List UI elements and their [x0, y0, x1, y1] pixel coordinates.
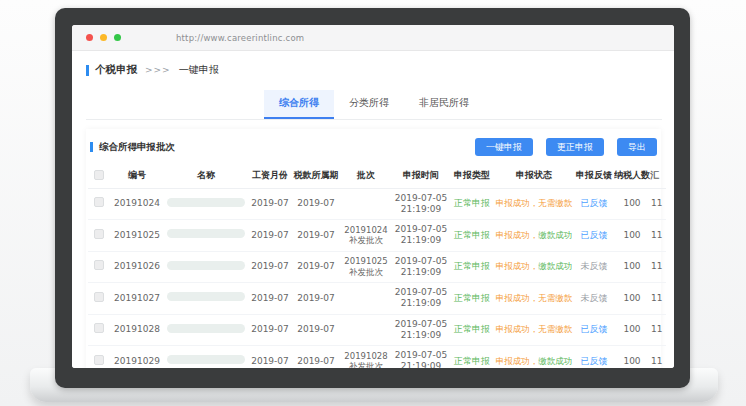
cell-batch: 20191028补发批次	[340, 346, 392, 369]
cell-clipped: 11	[650, 283, 666, 315]
cell-declare-time: 2019-07-05 21:19:09	[392, 346, 450, 369]
cell-declare-time: 2019-07-05 21:19:09	[392, 220, 450, 252]
laptop-bezel: http://www.careerintlinc.com 个税申报 >>> 一键…	[55, 8, 690, 388]
name-placeholder	[167, 324, 245, 333]
cell-declare-status: 申报成功，缴款成功	[494, 346, 574, 369]
one-click-declare-button[interactable]: 一键申报	[475, 138, 533, 156]
cell-tax-period: 2019-07	[292, 220, 340, 252]
select-all-checkbox[interactable]	[94, 170, 104, 180]
col-name: 名称	[164, 164, 248, 188]
cell-tax-period: 2019-07	[292, 346, 340, 369]
tab-2[interactable]: 非居民所得	[404, 90, 484, 119]
table-row: 20191027 2019-07 2019-07 2019-07-05 21:1…	[88, 283, 666, 315]
tab-bar: 综合所得分类所得非居民所得	[86, 90, 662, 120]
cell-clipped: 11	[650, 188, 666, 220]
cell-clipped: 11	[650, 251, 666, 283]
correction-declare-button[interactable]: 更正申报	[546, 138, 604, 156]
page-content: 个税申报 >>> 一键申报 综合所得分类所得非居民所得 综合所得申报批次 一键申…	[72, 51, 674, 368]
select-all-cell	[88, 164, 110, 188]
cell-tax-period: 2019-07	[292, 188, 340, 220]
table-row: 20191028 2019-07 2019-07 2019-07-05 21:1…	[88, 314, 666, 346]
col-salary-month: 工资月份	[248, 164, 292, 188]
panel-header: 综合所得申报批次 一键申报 更正申报 导出	[88, 129, 659, 164]
name-placeholder	[167, 229, 245, 238]
cell-clipped: 11	[650, 346, 666, 369]
cell-name	[164, 314, 248, 346]
cell-taxpayer-count: 100	[614, 283, 650, 315]
title-accent-bar	[86, 65, 89, 76]
col-batch: 批次	[340, 164, 392, 188]
traffic-light-close-icon[interactable]	[86, 34, 93, 41]
row-checkbox[interactable]	[94, 355, 104, 365]
col-taxpayer-count: 纳税人数	[614, 164, 650, 188]
cell-id: 20191025	[110, 220, 164, 252]
cell-id: 20191026	[110, 251, 164, 283]
table-row: 20191026 2019-07 2019-07 20191025补发批次 20…	[88, 251, 666, 283]
cell-taxpayer-count: 100	[614, 346, 650, 369]
cell-name	[164, 346, 248, 369]
tab-1[interactable]: 分类所得	[334, 90, 404, 119]
cell-batch	[340, 188, 392, 220]
col-declare-status: 申报状态	[494, 164, 574, 188]
panel-title: 综合所得申报批次	[99, 141, 175, 154]
export-button[interactable]: 导出	[617, 138, 657, 156]
cell-id: 20191028	[110, 314, 164, 346]
tab-0[interactable]: 综合所得	[264, 90, 334, 119]
batch-table: 编号 名称 工资月份 税款所属期 批次 申报时间 申报类型 申报状态 申报反馈 …	[88, 164, 666, 368]
name-placeholder	[167, 355, 245, 364]
row-checkbox[interactable]	[94, 260, 104, 270]
cell-declare-time: 2019-07-05 21:19:09	[392, 283, 450, 315]
cell-tax-period: 2019-07	[292, 314, 340, 346]
cell-batch	[340, 314, 392, 346]
row-checkbox[interactable]	[94, 229, 104, 239]
cell-declare-time: 2019-07-05 21:19:09	[392, 251, 450, 283]
breadcrumb-separator: >>>	[145, 65, 171, 75]
batch-panel: 综合所得申报批次 一键申报 更正申报 导出	[86, 129, 661, 368]
table-row: 20191029 2019-07 2019-07 20191028补发批次 20…	[88, 346, 666, 369]
cell-declare-time: 2019-07-05 21:19:09	[392, 314, 450, 346]
cell-taxpayer-count: 100	[614, 251, 650, 283]
traffic-light-maximize-icon[interactable]	[114, 34, 121, 41]
cell-clipped: 11	[650, 314, 666, 346]
cell-salary-month: 2019-07	[248, 346, 292, 369]
cell-salary-month: 2019-07	[248, 251, 292, 283]
cell-declare-type: 正常申报	[450, 346, 494, 369]
cell-batch	[340, 283, 392, 315]
cell-salary-month: 2019-07	[248, 188, 292, 220]
row-checkbox[interactable]	[94, 323, 104, 333]
cell-taxpayer-count: 100	[614, 220, 650, 252]
name-placeholder	[167, 292, 245, 301]
panel-accent-bar	[90, 142, 93, 152]
cell-declare-type: 正常申报	[450, 220, 494, 252]
cell-salary-month: 2019-07	[248, 314, 292, 346]
cell-name	[164, 188, 248, 220]
cell-batch: 20191025补发批次	[340, 251, 392, 283]
row-checkbox[interactable]	[94, 292, 104, 302]
cell-taxpayer-count: 100	[614, 314, 650, 346]
browser-topbar: http://www.careerintlinc.com	[72, 25, 674, 51]
name-placeholder	[167, 198, 245, 207]
cell-name	[164, 283, 248, 315]
traffic-light-minimize-icon[interactable]	[100, 34, 107, 41]
row-checkbox[interactable]	[94, 197, 104, 207]
col-tax-period: 税款所属期	[292, 164, 340, 188]
cell-declare-status: 申报成功，缴款成功	[494, 251, 574, 283]
cell-taxpayer-count: 100	[614, 188, 650, 220]
cell-salary-month: 2019-07	[248, 283, 292, 315]
cell-declare-type: 正常申报	[450, 283, 494, 315]
cell-tax-period: 2019-07	[292, 251, 340, 283]
table-header-row: 编号 名称 工资月份 税款所属期 批次 申报时间 申报类型 申报状态 申报反馈 …	[88, 164, 666, 188]
cell-name	[164, 220, 248, 252]
cell-tax-period: 2019-07	[292, 283, 340, 315]
cell-salary-month: 2019-07	[248, 220, 292, 252]
col-id: 编号	[110, 164, 164, 188]
col-clipped: 汇	[650, 164, 666, 188]
cell-declare-status: 申报成功，缴款成功	[494, 220, 574, 252]
col-declare-time: 申报时间	[392, 164, 450, 188]
cell-feedback: 未反馈	[574, 283, 614, 315]
col-declare-type: 申报类型	[450, 164, 494, 188]
col-feedback: 申报反馈	[574, 164, 614, 188]
cell-feedback: 已反馈	[574, 314, 614, 346]
page-background: http://www.careerintlinc.com 个税申报 >>> 一键…	[0, 0, 746, 406]
cell-declare-status: 申报成功，无需缴款	[494, 283, 574, 315]
